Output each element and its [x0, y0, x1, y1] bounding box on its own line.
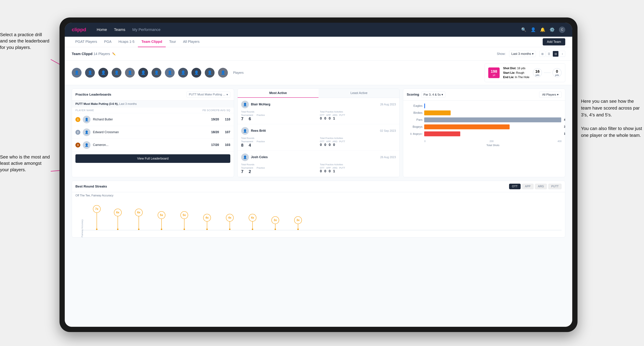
- search-icon[interactable]: 🔍: [521, 27, 526, 32]
- streak-dot-8: [252, 229, 253, 230]
- nav-my-performance[interactable]: My Performance: [132, 27, 160, 32]
- player-avatar-6[interactable]: 👤: [138, 68, 148, 78]
- player-avatar-1[interactable]: 👤: [72, 68, 82, 78]
- detail-view-icon[interactable]: ⊟: [553, 51, 558, 57]
- chart-bar-container-birdies: 96: [424, 110, 562, 115]
- sub-nav-all-players[interactable]: All Players: [180, 37, 203, 47]
- player-avatar-2[interactable]: 👤: [85, 68, 95, 78]
- edit-icon[interactable]: ✏️: [112, 52, 116, 56]
- leaderboard-filter[interactable]: PUTT Must Make Putting ... ▾: [186, 92, 230, 98]
- streak-point-7: 4x: [226, 214, 234, 230]
- rounds-values-3: 7 2: [241, 169, 317, 174]
- ipad-screen: clippd Home Teams My Performance 🔍 👤 🔔 ⚙…: [65, 23, 572, 327]
- streak-stem-10: [298, 224, 298, 229]
- sub-nav: PGAT Players PGA Hcaps 1-5 Team Clippd T…: [65, 37, 572, 47]
- player-avg-3: 103: [225, 143, 230, 147]
- view-full-leaderboard-button[interactable]: View Full Leaderboard: [76, 154, 230, 163]
- tournament-value-1: 7: [241, 116, 244, 121]
- streaks-chart: % Fairway Accuracy 7x 6x: [72, 199, 565, 237]
- scoring-header: Scoring Par 3, 4 & 5s ▾ All Players ▾: [403, 89, 565, 101]
- rounds-sublabels-2: Tournament Practice: [241, 140, 317, 143]
- streak-stem-5: [184, 219, 184, 229]
- player-avatar-activity-1: 👤: [241, 101, 249, 108]
- player-avatar-7[interactable]: 👤: [152, 68, 161, 78]
- streaks-filter-putt[interactable]: PUTT: [548, 184, 562, 189]
- streak-stem-3: [138, 216, 139, 229]
- rank-badge-3: 3: [76, 143, 80, 148]
- y-axis-label: % Fairway Accuracy: [81, 219, 84, 237]
- streaks-header: Best Round Streaks OTT APP ARG PUTT: [72, 181, 565, 192]
- chart-label-bogeys: Bogeys: [407, 125, 422, 129]
- total-rounds-group: Total Rounds Tournament Practice 7 6: [241, 110, 317, 121]
- list-view-icon[interactable]: ☰: [546, 51, 552, 57]
- player-avatar-3[interactable]: 👤: [98, 68, 108, 78]
- sub-nav-team-clippd[interactable]: Team Clippd: [138, 37, 166, 47]
- streak-circle-3: 6x: [135, 209, 142, 216]
- nav-teams[interactable]: Teams: [114, 27, 125, 32]
- user-avatar[interactable]: C: [559, 26, 565, 33]
- streaks-filter-arg[interactable]: ARG: [535, 184, 547, 189]
- chart-bar-container-bogeys: 311: [424, 124, 562, 129]
- player-avatar-10[interactable]: 👤: [192, 68, 201, 78]
- sub-nav-pga[interactable]: PGA: [100, 37, 115, 47]
- player-avatar-5[interactable]: 👤: [125, 68, 135, 78]
- putt-label: PUTT: [339, 114, 345, 116]
- add-team-button[interactable]: Add Team: [543, 38, 565, 45]
- player-avatar-11[interactable]: 👤: [205, 68, 214, 78]
- rounds-sublabels: Tournament Practice: [241, 114, 317, 116]
- player-avatar-9[interactable]: 👤: [178, 68, 188, 78]
- player-avatar-lb-2: 👤: [83, 128, 90, 136]
- list-item: 👤 Rees Britt 02 Sep 2023 Total Rounds To…: [238, 124, 400, 151]
- streaks-filter-ott[interactable]: OTT: [509, 184, 520, 189]
- player-avatar-12[interactable]: 👤: [218, 68, 228, 78]
- chart-value-dbogeys: 131: [564, 132, 565, 135]
- tab-most-active[interactable]: Most Active: [238, 89, 318, 98]
- sort-icon[interactable]: ↕: [559, 51, 565, 57]
- nav-icons: 🔍 👤 🔔 ⚙️ C: [521, 26, 565, 33]
- streak-point-6: 4x: [203, 214, 211, 230]
- grid-view-icon[interactable]: ⊞: [539, 51, 545, 57]
- sub-nav-pgat[interactable]: PGAT Players: [72, 37, 100, 47]
- tab-least-active[interactable]: Least Active: [318, 89, 399, 98]
- streak-dot-4: [161, 229, 162, 230]
- team-count: 14 Players: [94, 52, 110, 56]
- player-avatar-lb-3: 👤: [83, 141, 90, 149]
- streaks-card: Best Round Streaks OTT APP ARG PUTT Off …: [72, 181, 565, 237]
- streak-stem-6: [207, 222, 207, 229]
- putt-value-1: 1: [333, 116, 335, 120]
- chart-bar-container-pars: 499: [424, 117, 562, 122]
- streak-dot-10: [297, 229, 299, 230]
- streaks-filter-app[interactable]: APP: [522, 184, 534, 189]
- players-strip: 👤 👤 👤 👤 👤 👤 👤 👤 👤 👤 👤 👤 Players 198 yd: [65, 61, 572, 85]
- total-practice-group: Total Practice Activities OTT APP ARG PU…: [320, 110, 396, 121]
- settings-icon[interactable]: ⚙️: [550, 27, 555, 32]
- scoring-chart: Eagles 3 Birdies 96: [403, 101, 565, 149]
- streak-circle-8: 4x: [249, 214, 256, 222]
- activity-player-name-1: Blair McHarg: [251, 103, 378, 106]
- activity-player-name-3: Josh Coles: [251, 155, 378, 159]
- player-avatar-4[interactable]: 👤: [112, 68, 122, 78]
- sub-nav-hcaps[interactable]: Hcaps 1-5: [115, 37, 138, 47]
- streak-circle-2: 6x: [114, 209, 122, 216]
- player-avatar-8[interactable]: 👤: [165, 68, 175, 78]
- streak-point-2: 6x: [114, 209, 122, 230]
- activity-player-name-2: Rees Britt: [251, 129, 378, 133]
- leaderboard-subtitle: PUTT Must Make Putting (3-6 ft), Last 3 …: [72, 101, 234, 107]
- sub-nav-tour[interactable]: Tour: [166, 37, 180, 47]
- scoring-players-filter[interactable]: All Players ▾: [539, 92, 562, 98]
- player-act-header-1: 👤 Blair McHarg 26 Aug 2023: [241, 101, 396, 108]
- content-grid: Practice Leaderboards PUTT Must Make Put…: [65, 85, 572, 181]
- streak-point-9: 3x: [272, 216, 279, 230]
- streak-point-5: 5x: [180, 211, 188, 230]
- player-avg-1: 110: [225, 118, 230, 121]
- show-select[interactable]: Last 3 months ▾: [509, 51, 536, 57]
- scoring-card: Scoring Par 3, 4 & 5s ▾ All Players ▾ Ea…: [403, 89, 565, 177]
- yds-connector: [544, 72, 551, 73]
- bell-icon[interactable]: 🔔: [540, 27, 545, 32]
- activity-player-date-3: 26 Aug 2023: [380, 156, 396, 159]
- chart-x-title: Total Shots: [407, 143, 562, 147]
- scoring-par-filter[interactable]: Par 3, 4 & 5s ▾: [421, 92, 446, 98]
- nav-home[interactable]: Home: [96, 27, 107, 32]
- person-icon[interactable]: 👤: [530, 27, 536, 32]
- chart-label-eagles: Eagles: [407, 104, 422, 108]
